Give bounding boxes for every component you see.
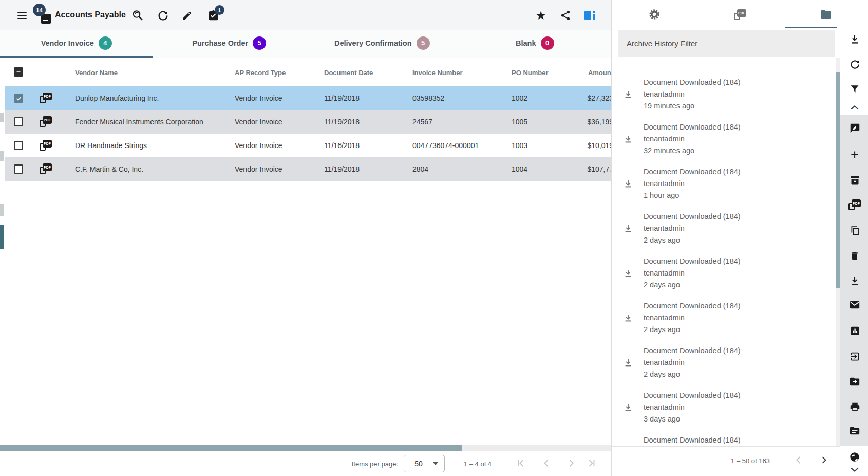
folder-contents-button[interactable] (840, 424, 868, 437)
pdf-document-icon[interactable]: PDF (40, 140, 52, 151)
entry-time: 2 days ago (644, 236, 680, 244)
history-entry: Document Downloaded (184) (612, 434, 836, 446)
row-checkbox[interactable] (14, 164, 23, 174)
collapse-down-button[interactable] (840, 463, 868, 476)
next-page-button[interactable] (564, 456, 578, 470)
share-button[interactable] (559, 9, 572, 22)
history-entry: Document Downloaded (184) tenantadmin 2 … (612, 344, 836, 389)
documents-queue-button[interactable]: 14 (32, 2, 53, 26)
cell-invoice-number: 0047736074-000001 (412, 141, 479, 150)
export-button[interactable] (840, 350, 868, 363)
horizontal-scrollbar-thumb[interactable] (0, 445, 462, 451)
table-row[interactable]: PDF C.F. Martin & Co, Inc. Vendor Invoic… (5, 157, 611, 181)
select-all-checkbox[interactable] (14, 67, 23, 77)
entry-title: Document Downloaded (184) (644, 123, 741, 131)
email-button[interactable] (840, 298, 868, 312)
column-header-amount: Amount (588, 69, 611, 77)
annotate-button[interactable] (840, 121, 868, 135)
cell-document-date: 11/19/2018 (324, 94, 360, 102)
archive-history-filter-field[interactable]: Archive History Filter (618, 30, 835, 57)
top-toolbar: 14 Accounts Payable (0, 0, 611, 30)
copy-button[interactable] (840, 224, 868, 237)
web-view-button[interactable] (840, 450, 868, 464)
previous-page-button[interactable] (540, 456, 553, 470)
tab-blank[interactable]: Blank 0 (459, 30, 612, 58)
entry-title: Document Downloaded (184) (644, 436, 741, 444)
tab-count-badge: 5 (253, 36, 266, 50)
download-button[interactable] (840, 33, 868, 46)
split-view-button[interactable] (583, 9, 597, 22)
refresh-icon (157, 10, 169, 22)
first-page-button[interactable] (514, 456, 527, 470)
favorite-button[interactable]: ★ (534, 9, 548, 22)
page-size-select[interactable]: 50 (404, 455, 445, 472)
pdf-document-icon[interactable]: PDF (40, 163, 52, 174)
entry-time: 1 hour ago (644, 191, 679, 199)
move-to-folder-button[interactable] (840, 375, 868, 388)
cell-document-date: 11/19/2018 (324, 165, 360, 173)
panel-vertical-scrollbar-thumb[interactable] (836, 72, 840, 288)
panel-next-page-button[interactable] (817, 453, 831, 467)
entry-user: tenantadmin (644, 358, 685, 367)
add-button[interactable]: + (840, 148, 868, 161)
pdf-document-icon[interactable]: PDF (40, 93, 52, 103)
history-entry: Document Downloaded (184) tenantadmin 32… (612, 121, 836, 166)
download-icon (623, 358, 633, 368)
cell-po-number: 1004 (512, 165, 527, 173)
entry-time: 2 days ago (644, 281, 680, 289)
tab-count-badge: 5 (417, 36, 430, 50)
panel-page-range-label: 1 – 50 of 163 (727, 457, 773, 465)
cell-po-number: 1003 (512, 141, 527, 150)
tab-delivery-confirmation[interactable]: Delivery Confirmation 5 (306, 30, 459, 58)
archive-button[interactable] (840, 173, 868, 187)
edit-button[interactable] (180, 9, 194, 22)
left-edge-mark (0, 204, 4, 216)
tab-purchase-order[interactable]: Purchase Order 5 (153, 30, 306, 58)
collapse-up-button[interactable] (840, 101, 868, 114)
cell-ap-record-type: Vendor Invoice (235, 141, 282, 150)
action-rail: + PDF (840, 0, 868, 476)
tasks-count-badge: 1 (215, 5, 224, 15)
chevron-down-icon (433, 462, 438, 465)
panel-previous-page-button[interactable] (792, 453, 805, 467)
download-document-button[interactable] (840, 274, 868, 288)
pdf-document-icon[interactable]: PDF (40, 116, 52, 127)
tab-count-badge: 0 (541, 36, 554, 50)
entry-time: 2 days ago (644, 370, 680, 378)
report-button[interactable] (840, 324, 868, 337)
panel-tab-pdf[interactable]: PDF (697, 0, 783, 29)
print-button[interactable] (840, 400, 868, 413)
row-checkbox[interactable] (14, 117, 23, 126)
tasks-button[interactable]: 1 (206, 9, 220, 22)
last-page-button[interactable] (585, 456, 598, 470)
table-row[interactable]: PDF DR Handmade Strings Vendor Invoice 1… (5, 134, 611, 157)
menu-button[interactable] (15, 9, 29, 22)
cell-document-date: 11/16/2018 (324, 141, 360, 150)
refresh-history-button[interactable] (840, 58, 868, 71)
refresh-button[interactable] (156, 9, 169, 22)
download-icon (623, 268, 633, 279)
filter-button[interactable] (840, 82, 868, 96)
cell-vendor-name: Fender Musical Instruments Corporation (75, 118, 203, 126)
panel-vertical-scrollbar[interactable] (836, 58, 840, 446)
horizontal-scrollbar[interactable] (0, 445, 611, 451)
row-checkbox[interactable] (14, 141, 23, 150)
left-edge-mark (0, 113, 4, 122)
search-again-button[interactable] (131, 9, 144, 22)
page-title: Accounts Payable (55, 10, 126, 20)
download-icon (623, 89, 633, 100)
panel-tab-settings[interactable] (612, 0, 697, 29)
left-edge-mark (0, 151, 4, 161)
table-row[interactable]: PDF Fender Musical Instruments Corporati… (5, 110, 611, 134)
row-checkbox[interactable] (14, 94, 23, 103)
table-row[interactable]: PDF Dunlop Manufacturing Inc. Vendor Inv… (5, 86, 611, 110)
delete-button[interactable] (840, 249, 868, 263)
main-area: 14 Accounts Payable (0, 0, 611, 476)
pdf-button[interactable]: PDF (840, 198, 868, 211)
tab-vendor-invoice[interactable]: Vendor Invoice 4 (0, 30, 153, 58)
folder-icon (820, 8, 832, 21)
entry-time: 19 minutes ago (644, 102, 694, 110)
cell-invoice-number: 24567 (412, 118, 432, 126)
tab-label: Blank (516, 39, 536, 47)
tab-label: Delivery Confirmation (334, 39, 412, 47)
